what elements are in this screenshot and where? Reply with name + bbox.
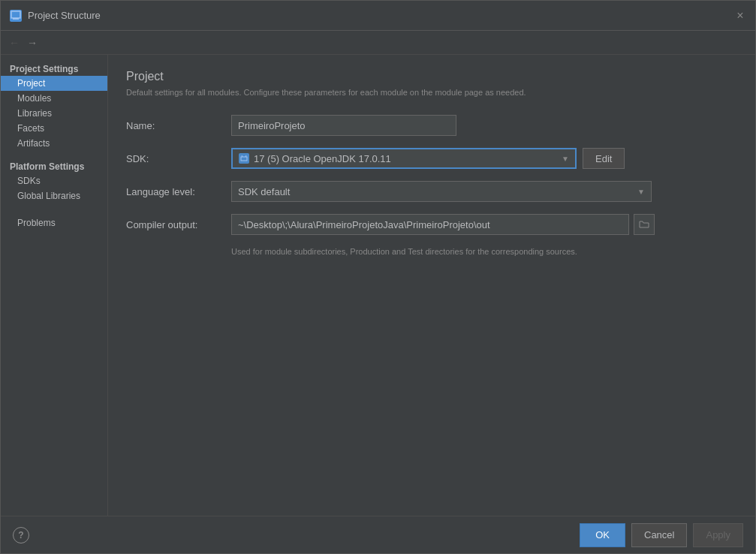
sdk-icon [239, 153, 249, 164]
language-level-row: Language level: SDK default ▼ [126, 181, 737, 202]
sdk-chevron-icon: ▼ [562, 155, 569, 163]
sidebar: Project Settings Project Modules Librari… [1, 55, 108, 516]
sidebar-item-artifacts[interactable]: Artifacts [1, 136, 107, 151]
svg-rect-1 [13, 18, 19, 20]
main-content: Project Settings Project Modules Librari… [1, 55, 755, 516]
folder-browse-button[interactable] [634, 214, 655, 235]
svg-rect-0 [11, 11, 20, 18]
ok-button[interactable]: OK [580, 523, 625, 547]
sidebar-item-problems[interactable]: Problems [1, 215, 107, 230]
project-settings-label: Project Settings [1, 61, 107, 76]
nav-bar: ← → [1, 31, 755, 55]
sdk-control: 17 (5) Oracle OpenJDK 17.0.11 ▼ Edit [231, 148, 737, 169]
sidebar-item-modules[interactable]: Modules [1, 91, 107, 106]
help-button[interactable]: ? [13, 527, 29, 543]
bottom-bar: ? OK Cancel Apply [1, 516, 755, 553]
sidebar-item-global-libraries[interactable]: Global Libraries [1, 188, 107, 203]
compiler-output-input[interactable] [231, 214, 629, 235]
forward-button[interactable]: → [25, 35, 40, 50]
svg-rect-2 [241, 157, 247, 161]
sidebar-item-sdks[interactable]: SDKs [1, 173, 107, 188]
dialog-title: Project Structure [28, 10, 734, 21]
title-bar: Project Structure × [1, 1, 755, 31]
content-area: Project Default settings for all modules… [108, 55, 755, 516]
language-level-chevron-icon: ▼ [637, 188, 645, 196]
name-input[interactable] [231, 115, 456, 136]
language-level-label: Language level: [126, 186, 231, 197]
compiler-output-control [231, 214, 737, 235]
apply-button[interactable]: Apply [693, 523, 743, 547]
content-title: Project [126, 70, 737, 83]
cancel-button[interactable]: Cancel [631, 523, 687, 547]
name-row: Name: [126, 115, 737, 136]
sidebar-item-libraries[interactable]: Libraries [1, 106, 107, 121]
sdk-select-row: 17 (5) Oracle OpenJDK 17.0.11 ▼ Edit [231, 148, 737, 169]
compiler-hint: Used for module subdirectories, Producti… [231, 247, 737, 256]
project-structure-dialog: Project Structure × ← → Project Settings… [0, 0, 756, 554]
back-button[interactable]: ← [7, 35, 22, 50]
bottom-actions: OK Cancel Apply [580, 523, 743, 547]
platform-settings-label: Platform Settings [1, 158, 107, 173]
close-button[interactable]: × [734, 10, 746, 22]
sidebar-item-facets[interactable]: Facets [1, 121, 107, 136]
sidebar-item-project[interactable]: Project [1, 76, 107, 91]
compiler-output-input-row [231, 214, 737, 235]
app-icon [10, 10, 22, 22]
language-level-control: SDK default ▼ [231, 181, 737, 202]
name-control [231, 115, 737, 136]
content-subtitle: Default settings for all modules. Config… [126, 88, 737, 97]
compiler-output-row: Compiler output: [126, 214, 737, 235]
sdk-label: SDK: [126, 153, 231, 164]
compiler-output-label: Compiler output: [126, 219, 231, 230]
edit-sdk-button[interactable]: Edit [583, 148, 625, 169]
sdk-row: SDK: [126, 148, 737, 169]
language-level-dropdown[interactable]: SDK default ▼ [231, 181, 652, 202]
name-label: Name: [126, 120, 231, 131]
sdk-dropdown[interactable]: 17 (5) Oracle OpenJDK 17.0.11 ▼ [231, 148, 577, 169]
sdk-value: 17 (5) Oracle OpenJDK 17.0.11 [239, 153, 391, 164]
